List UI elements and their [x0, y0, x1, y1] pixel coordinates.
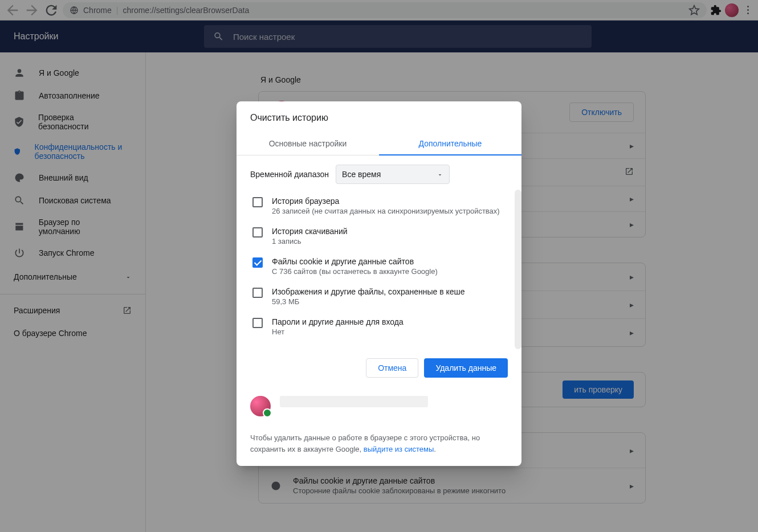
time-range-select[interactable]: Все время: [336, 165, 450, 184]
check-item: Файлы cookie и другие данные сайтов С 73…: [250, 251, 508, 281]
checkbox[interactable]: [252, 288, 263, 298]
select-value: Все время: [342, 170, 381, 179]
check-label: Изображения и другие файлы, сохраненные …: [272, 287, 506, 296]
check-sub: С 736 сайтов (вы останетесь в аккаунте G…: [272, 267, 506, 276]
check-label: Файлы cookie и другие данные сайтов: [272, 257, 506, 266]
check-sub: Нет: [272, 328, 506, 336]
scrollbar[interactable]: [515, 190, 521, 349]
cancel-button[interactable]: Отмена: [366, 358, 418, 378]
dialog-tabs: Основные настройки Дополнительные: [237, 132, 521, 155]
check-label: Пароли и другие данные для входа: [272, 317, 506, 326]
tab-basic[interactable]: Основные настройки: [237, 132, 379, 155]
check-item: История браузера 26 записей (не считая д…: [250, 191, 508, 221]
avatar: [250, 396, 271, 416]
check-sub: 59,3 МБ: [272, 297, 506, 306]
checkbox[interactable]: [252, 197, 263, 207]
redacted-text: [280, 396, 428, 407]
check-sub: 1 запись: [272, 237, 506, 245]
footer-note: Чтобы удалить данные о работе в браузере…: [250, 432, 508, 455]
checkbox-list: История браузера 26 записей (не считая д…: [250, 191, 508, 345]
dropdown-icon: [437, 171, 443, 178]
checkbox[interactable]: [252, 227, 263, 238]
check-label: История скачиваний: [272, 227, 506, 236]
check-item: Пароли и другие данные для входа Нет: [250, 312, 508, 342]
delete-data-button[interactable]: Удалить данные: [424, 358, 508, 378]
tab-advanced[interactable]: Дополнительные: [379, 132, 521, 155]
time-range-label: Временной диапазон: [250, 170, 329, 179]
check-sub: 26 записей (не считая данных на синхрони…: [272, 207, 506, 215]
check-item: История скачиваний 1 запись: [250, 221, 508, 251]
check-label: История браузера: [272, 197, 506, 206]
signout-link[interactable]: выйдите из системы: [364, 445, 434, 453]
clear-data-dialog: Очистить историю Основные настройки Допо…: [237, 101, 521, 466]
check-item: Изображения и другие файлы, сохраненные …: [250, 281, 508, 312]
check-item: Данные для автозаполнения: [250, 342, 508, 345]
dialog-title: Очистить историю: [237, 101, 521, 123]
checkbox[interactable]: [252, 318, 263, 328]
checkbox[interactable]: [252, 257, 263, 268]
